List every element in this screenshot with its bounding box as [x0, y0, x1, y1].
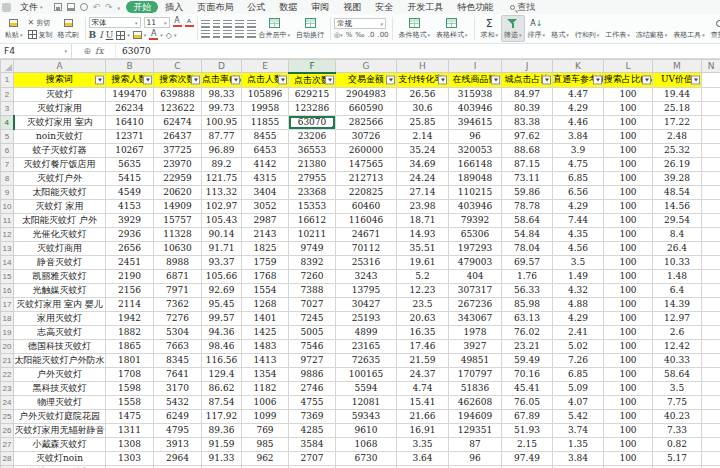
cell-F16[interactable]: 7388 — [289, 283, 336, 297]
header-cell[interactable]: 点击率(% — [202, 73, 242, 88]
cell-D8[interactable]: 121.75 — [202, 171, 242, 185]
cell-F18[interactable]: 7245 — [289, 311, 336, 325]
cell-J20[interactable]: 23.21 — [502, 339, 553, 353]
cell-L21[interactable]: 100 — [604, 353, 653, 367]
cell-B4[interactable]: 16410 — [106, 115, 154, 129]
row-number-12[interactable]: 12 — [1, 227, 14, 241]
cell-B25[interactable]: 1475 — [106, 409, 154, 423]
row-number-2[interactable]: 2 — [1, 87, 14, 101]
cell-H2[interactable]: 26.56 — [397, 87, 449, 101]
row-number-28[interactable]: 28 — [1, 451, 14, 465]
header-cell[interactable]: 支付转化率( — [397, 73, 449, 88]
cell-I6[interactable]: 320053 — [449, 143, 502, 157]
cell-L6[interactable]: 100 — [604, 143, 653, 157]
cell-L23[interactable]: 100 — [604, 381, 653, 395]
cell-B8[interactable]: 5415 — [106, 171, 154, 185]
cell-F13[interactable]: 9749 — [289, 241, 336, 255]
cell-F11[interactable]: 16612 — [289, 213, 336, 227]
column-header-F[interactable]: F — [289, 60, 336, 73]
cell-J14[interactable]: 69.57 — [502, 255, 553, 269]
cell-G7[interactable]: 147565 — [336, 157, 397, 171]
cell-G9[interactable]: 220825 — [336, 185, 397, 199]
cell-B10[interactable]: 4153 — [106, 199, 154, 213]
cell-C20[interactable]: 7663 — [154, 339, 202, 353]
cell-A7[interactable]: 灭蚊灯餐厅饭店用 — [14, 157, 106, 171]
cell-M27[interactable]: 0.82 — [653, 437, 702, 451]
name-box[interactable]: F4 — [0, 44, 72, 58]
row-number-22[interactable]: 22 — [1, 367, 14, 381]
cell-M16[interactable]: 6.4 — [653, 283, 702, 297]
cell-G19[interactable]: 4899 — [336, 325, 397, 339]
column-header-M[interactable]: M — [653, 60, 702, 73]
increase-decimal-icon[interactable]: .0 — [368, 31, 375, 39]
cell-D10[interactable]: 102.97 — [202, 199, 242, 213]
cell-G14[interactable]: 25316 — [336, 255, 397, 269]
cell-L13[interactable]: 100 — [604, 241, 653, 255]
cell-J8[interactable]: 73.11 — [502, 171, 553, 185]
cell-J26[interactable]: 51.93 — [502, 423, 553, 437]
cell-K3[interactable]: 4.29 — [553, 101, 604, 115]
cell-B18[interactable]: 1942 — [106, 311, 154, 325]
cell-K26[interactable]: 3.74 — [553, 423, 604, 437]
cell-G20[interactable]: 23165 — [336, 339, 397, 353]
cell-N14[interactable] — [702, 255, 720, 269]
cell-H5[interactable]: 2.14 — [397, 129, 449, 143]
cell-L9[interactable]: 100 — [604, 185, 653, 199]
cell-F26[interactable]: 4285 — [289, 423, 336, 437]
cell-C16[interactable]: 7971 — [154, 283, 202, 297]
header-cell[interactable]: 在线商品数 — [449, 73, 502, 88]
cell-E23[interactable]: 1182 — [242, 381, 289, 395]
cell-C23[interactable]: 3170 — [154, 381, 202, 395]
cell-E5[interactable]: 8455 — [242, 129, 289, 143]
cell-E20[interactable]: 1483 — [242, 339, 289, 353]
cell-M8[interactable]: 39.28 — [653, 171, 702, 185]
cell-E13[interactable]: 1825 — [242, 241, 289, 255]
cell-E4[interactable]: 11855 — [242, 115, 289, 129]
filter-dropdown-button[interactable] — [95, 75, 104, 84]
cell-J17[interactable]: 85.98 — [502, 297, 553, 311]
cell-F25[interactable]: 7369 — [289, 409, 336, 423]
cell-C14[interactable]: 8988 — [154, 255, 202, 269]
cell-H7[interactable]: 34.69 — [397, 157, 449, 171]
ribbon-tab[interactable]: 开发工具 — [400, 1, 450, 13]
cell-F6[interactable]: 36553 — [289, 143, 336, 157]
cell-C2[interactable]: 639888 — [154, 87, 202, 101]
cell-H25[interactable]: 21.66 — [397, 409, 449, 423]
insert-function-icon[interactable]: fx — [95, 46, 103, 56]
cell-I10[interactable]: 403946 — [449, 199, 502, 213]
column-header-B[interactable]: B — [106, 60, 154, 73]
cell-F7[interactable]: 21380 — [289, 157, 336, 171]
cell-C10[interactable]: 14909 — [154, 199, 202, 213]
cell-E27[interactable]: 985 — [242, 437, 289, 451]
cell-F28[interactable]: 2707 — [289, 451, 336, 465]
cell-J18[interactable]: 63.13 — [502, 311, 553, 325]
header-cell[interactable]: 搜索占比(% — [604, 73, 653, 88]
cell-E19[interactable]: 1425 — [242, 325, 289, 339]
cell-L24[interactable]: 100 — [604, 395, 653, 409]
cell-N22[interactable] — [702, 367, 720, 381]
cell-B28[interactable]: 1303 — [106, 451, 154, 465]
row-number-25[interactable]: 25 — [1, 409, 14, 423]
cell-A16[interactable]: 光触媒灭蚊灯 — [14, 283, 106, 297]
row-number-4[interactable]: 4 — [1, 115, 14, 129]
row-number-18[interactable]: 18 — [1, 311, 14, 325]
cell-C21[interactable]: 8345 — [154, 353, 202, 367]
cell-B12[interactable]: 2936 — [106, 227, 154, 241]
cell-D21[interactable]: 116.56 — [202, 353, 242, 367]
cell-C26[interactable]: 4795 — [154, 423, 202, 437]
cell-M23[interactable]: 3.5 — [653, 381, 702, 395]
cell-I25[interactable]: 194609 — [449, 409, 502, 423]
cell-G26[interactable]: 9610 — [336, 423, 397, 437]
cell-D15[interactable]: 105.66 — [202, 269, 242, 283]
cell-I22[interactable]: 170797 — [449, 367, 502, 381]
cell-F20[interactable]: 7546 — [289, 339, 336, 353]
decrease-indent-icon[interactable] — [235, 20, 244, 28]
cell-D22[interactable]: 129.4 — [202, 367, 242, 381]
cell-F2[interactable]: 629215 — [289, 87, 336, 101]
cell-N20[interactable] — [702, 339, 720, 353]
cell-H27[interactable]: 3.35 — [397, 437, 449, 451]
ribbon-button-freeze[interactable]: 冻结窗格 — [633, 15, 671, 42]
cell-K16[interactable]: 4.32 — [553, 283, 604, 297]
cell-L7[interactable]: 100 — [604, 157, 653, 171]
cell-J23[interactable]: 45.41 — [502, 381, 553, 395]
